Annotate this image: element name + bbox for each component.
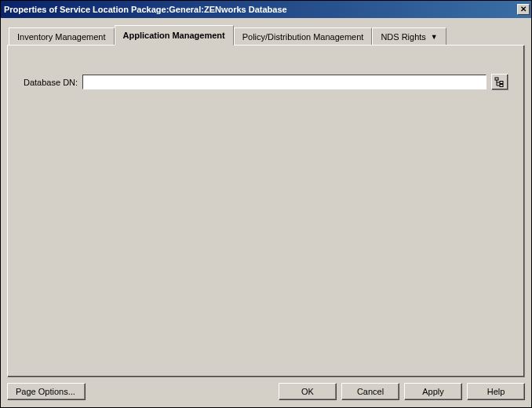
cancel-button[interactable]: Cancel [341,383,399,400]
database-dn-label: Database DN: [24,78,78,87]
database-dn-row: Database DN: [24,74,508,90]
tab-policy-distribution-management[interactable]: Policy/Distribution Management [234,27,373,45]
titlebar: Properties of Service Location Package:G… [1,1,531,18]
page-options-button[interactable]: Page Options... [7,383,86,400]
tab-application-management[interactable]: Application Management [115,25,234,46]
window-title: Properties of Service Location Package:G… [4,5,287,14]
dialog-body: Inventory Management Application Managem… [1,18,531,407]
button-label: Cancel [357,387,384,396]
ok-button[interactable]: OK [279,383,337,400]
properties-dialog: Properties of Service Location Package:G… [0,0,532,408]
button-label: Page Options... [16,387,75,396]
help-button[interactable]: Help [467,383,525,400]
tab-inventory-management[interactable]: Inventory Management [9,27,115,45]
close-icon: ✕ [520,5,527,13]
apply-button[interactable]: Apply [404,383,462,400]
button-label: OK [301,387,314,396]
browse-tree-icon [494,77,505,88]
button-row: Page Options... OK Cancel Apply Help [7,377,525,403]
dropdown-arrow-icon: ▼ [431,33,438,41]
close-button[interactable]: ✕ [517,4,530,15]
tab-nds-rights[interactable]: NDS Rights ▼ [372,27,446,45]
tab-label: NDS Rights [381,32,425,42]
button-label: Apply [422,387,444,396]
svg-rect-3 [500,81,503,83]
tab-label: Application Management [123,31,225,40]
database-dn-input[interactable] [82,75,486,89]
button-label: Help [487,387,505,396]
tab-label: Policy/Distribution Management [242,32,364,42]
tab-label: Inventory Management [17,32,106,42]
tab-panel: Database DN: [7,45,525,377]
browse-button[interactable] [491,74,508,90]
tab-strip: Inventory Management Application Managem… [9,24,525,45]
svg-rect-5 [500,84,503,86]
svg-rect-0 [495,78,498,80]
